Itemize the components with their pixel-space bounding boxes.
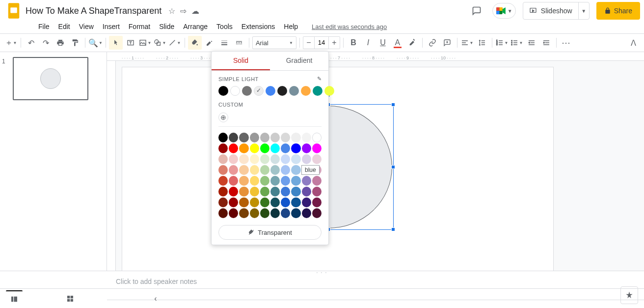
redo-button[interactable]: ↷ — [39, 36, 53, 50]
color-swatch[interactable] — [239, 197, 248, 207]
color-swatch[interactable] — [302, 143, 311, 153]
menu-arrange[interactable]: Arrange — [179, 21, 212, 32]
link-button[interactable] — [426, 36, 439, 50]
paint-format-button[interactable] — [68, 36, 82, 50]
fill-color-button[interactable] — [188, 36, 202, 50]
color-swatch[interactable] — [312, 208, 322, 218]
select-tool[interactable] — [109, 36, 123, 50]
color-swatch[interactable] — [312, 143, 322, 153]
italic-button[interactable]: I — [361, 36, 375, 50]
color-swatch[interactable] — [281, 154, 290, 164]
meet-button[interactable]: ▼ — [492, 3, 516, 19]
slide[interactable] — [122, 67, 554, 271]
color-swatch[interactable] — [250, 143, 259, 153]
color-swatch[interactable] — [291, 133, 300, 142]
color-swatch[interactable] — [312, 154, 322, 164]
theme-color-swatch[interactable] — [230, 86, 240, 96]
color-swatch[interactable] — [281, 143, 290, 153]
theme-color-swatch[interactable] — [301, 86, 311, 96]
color-swatch[interactable] — [229, 208, 238, 218]
indent-increase-button[interactable] — [539, 36, 553, 50]
color-swatch[interactable] — [239, 133, 248, 142]
slides-logo[interactable] — [4, 2, 24, 20]
color-swatch[interactable] — [291, 143, 300, 153]
color-swatch[interactable] — [260, 208, 269, 218]
transparent-button[interactable]: Transparent — [218, 225, 322, 240]
grid-view-button[interactable] — [62, 290, 79, 307]
resize-handle[interactable] — [391, 165, 395, 169]
color-swatch[interactable] — [250, 187, 259, 196]
theme-color-swatch[interactable] — [242, 86, 252, 96]
color-swatch[interactable] — [281, 176, 290, 186]
explore-button[interactable] — [620, 286, 638, 304]
color-swatch[interactable] — [302, 176, 311, 186]
color-swatch[interactable] — [260, 133, 269, 142]
color-swatch[interactable] — [218, 187, 228, 196]
color-swatch[interactable] — [302, 197, 311, 207]
menu-format[interactable]: Format — [125, 21, 154, 32]
color-swatch[interactable] — [218, 143, 228, 153]
comments-icon[interactable] — [468, 2, 485, 20]
color-swatch[interactable] — [218, 133, 228, 142]
menu-edit[interactable]: Edit — [54, 21, 74, 32]
color-swatch[interactable] — [250, 208, 259, 218]
color-swatch[interactable] — [250, 197, 259, 207]
color-swatch[interactable] — [270, 187, 280, 196]
color-swatch[interactable] — [239, 154, 248, 164]
font-size-increase[interactable]: + — [329, 38, 340, 47]
color-swatch[interactable] — [291, 165, 300, 175]
color-swatch[interactable] — [229, 187, 238, 196]
color-swatch[interactable] — [239, 208, 248, 218]
new-slide-button[interactable]: ＋▼ — [4, 36, 18, 50]
menu-extensions[interactable]: Extensions — [238, 21, 279, 32]
color-swatch[interactable] — [270, 165, 280, 175]
color-swatch[interactable] — [260, 176, 269, 186]
color-swatch[interactable] — [239, 165, 248, 175]
color-swatch[interactable] — [260, 143, 269, 153]
theme-color-swatch[interactable] — [313, 86, 322, 96]
color-swatch[interactable] — [239, 187, 248, 196]
color-swatch[interactable] — [281, 208, 290, 218]
color-swatch[interactable] — [260, 187, 269, 196]
color-swatch[interactable] — [302, 133, 311, 142]
color-swatch[interactable] — [312, 197, 322, 207]
theme-color-swatch[interactable] — [266, 86, 275, 96]
color-swatch[interactable] — [250, 165, 259, 175]
color-swatch[interactable] — [281, 187, 290, 196]
font-select[interactable]: Arial▼ — [252, 36, 296, 49]
color-swatch[interactable] — [239, 143, 248, 153]
color-swatch[interactable] — [218, 154, 228, 164]
color-swatch[interactable] — [291, 176, 300, 186]
color-swatch[interactable] — [218, 197, 228, 207]
color-swatch[interactable] — [291, 208, 300, 218]
color-swatch[interactable] — [218, 208, 228, 218]
highlight-button[interactable] — [405, 36, 419, 50]
color-swatch[interactable] — [281, 165, 290, 175]
border-weight-button[interactable] — [217, 36, 231, 50]
menu-view[interactable]: View — [75, 21, 98, 32]
menu-slide[interactable]: Slide — [155, 21, 178, 32]
cloud-icon[interactable]: ☁ — [191, 6, 199, 16]
bold-button[interactable]: B — [347, 36, 360, 50]
color-swatch[interactable] — [270, 143, 280, 153]
theme-color-swatch[interactable] — [254, 86, 264, 96]
collapse-toolbar[interactable]: ᐱ — [626, 36, 640, 50]
print-button[interactable] — [54, 36, 67, 50]
line-button[interactable]: ▼ — [168, 36, 182, 50]
theme-color-swatch[interactable] — [324, 86, 334, 96]
color-swatch[interactable] — [281, 133, 290, 142]
menu-insert[interactable]: Insert — [99, 21, 124, 32]
color-swatch[interactable] — [281, 197, 290, 207]
bullet-list-button[interactable]: ▼ — [510, 36, 524, 50]
move-icon[interactable]: ⇨ — [180, 6, 187, 16]
font-size-value[interactable]: 14 — [314, 37, 329, 49]
color-swatch[interactable] — [270, 176, 280, 186]
color-swatch[interactable] — [302, 208, 311, 218]
color-swatch[interactable] — [250, 154, 259, 164]
tab-gradient[interactable]: Gradient — [270, 52, 328, 70]
menu-file[interactable]: File — [34, 21, 54, 32]
star-icon[interactable]: ☆ — [168, 6, 175, 16]
color-swatch[interactable] — [229, 176, 238, 186]
tab-solid[interactable]: Solid — [212, 52, 270, 70]
color-swatch[interactable] — [218, 176, 228, 186]
